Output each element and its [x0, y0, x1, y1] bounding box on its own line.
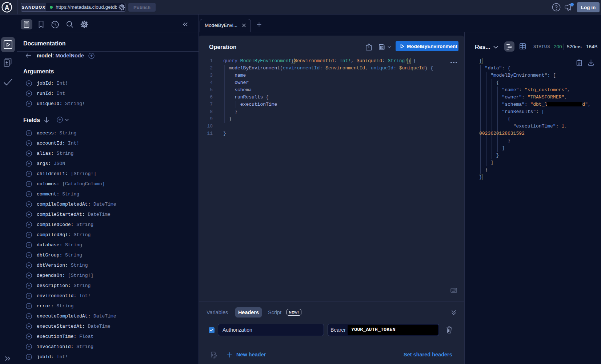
svg-text:A: A: [5, 4, 9, 11]
